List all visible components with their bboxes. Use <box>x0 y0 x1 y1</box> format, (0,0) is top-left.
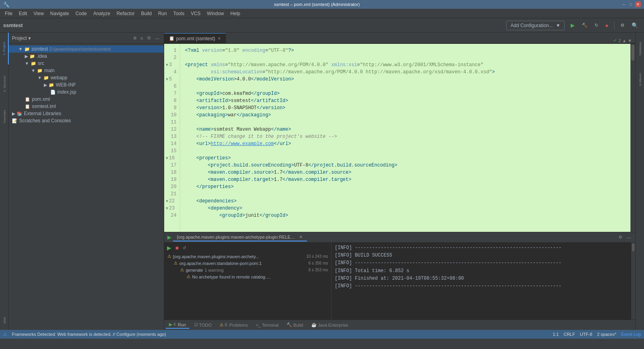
right-tab-maven[interactable]: m Maven <box>636 68 644 92</box>
warning-icon-generate: ⚠ <box>180 267 184 273</box>
code-scrollbar-thumb[interactable] <box>631 45 634 61</box>
tree-item-pomxml[interactable]: 📋 pom.xml <box>9 96 164 103</box>
run-output-scrollbar[interactable] <box>631 243 635 320</box>
tree-item-extlibs[interactable]: ▶ 📚 External Libraries <box>9 110 164 117</box>
minimize-button[interactable]: ─ <box>621 2 626 7</box>
menu-refactor[interactable]: Refactor <box>114 10 138 17</box>
bottom-tab-run[interactable]: ▶ 4: Run <box>166 321 189 329</box>
bottom-tab-javaee[interactable]: ☕ Java Enterprise <box>308 322 351 328</box>
status-event-log[interactable]: Event Log <box>621 332 641 337</box>
ln-13: 13 <box>166 133 177 140</box>
run-tab-label: [org.apache.maven.plugins:maven-archetyp… <box>177 235 296 239</box>
bottom-tab-build[interactable]: 🔨 Build <box>283 322 306 328</box>
run-tree-generate[interactable]: ⚠ generate 1 warning 6 s 353 ms <box>166 267 330 273</box>
tab-close-pomxml[interactable]: ✕ <box>218 36 221 41</box>
run-tree-standalone[interactable]: ⚠ org.apache.maven:standalone-pom:pom:1 … <box>166 260 330 267</box>
settings-button[interactable]: ⚙ <box>618 21 627 29</box>
run-tree-root[interactable]: ⚠ [org.apache.maven.plugins:maven-archet… <box>166 253 330 260</box>
menu-view[interactable]: View <box>30 10 47 17</box>
tree-item-main[interactable]: ▼ 📁 main <box>9 67 164 74</box>
menu-help[interactable]: Help <box>227 10 243 17</box>
left-sidebar-tabs: 1: Project 2: Structure Favorites Web <box>0 33 9 330</box>
editor-tab-pomxml[interactable]: 📋 pom.xml (ssmtest) ✕ <box>164 33 226 43</box>
left-tab-project[interactable]: 1: Project <box>0 33 9 65</box>
tabs-spacer <box>226 43 610 43</box>
run-tree-noarchetype[interactable]: ⚠ No archetype found in remote catalog. … <box>166 273 330 280</box>
bottom-tab-todo[interactable]: ☑ TODO <box>191 322 215 328</box>
search-button[interactable]: 🔍 <box>629 21 641 30</box>
ln-19: 19 <box>166 176 177 183</box>
run-stop-button[interactable]: ■ <box>174 244 180 251</box>
menu-run[interactable]: Run <box>155 10 170 17</box>
run-tab-maven[interactable]: [org.apache.maven.plugins:maven-archetyp… <box>173 233 307 241</box>
run-tree-root-time: 10 s 243 ms <box>306 254 328 259</box>
fold-22[interactable]: ▼ <box>166 198 168 204</box>
run-panel-settings[interactable]: ⚙ <box>617 234 624 240</box>
reload-button[interactable]: ↻ <box>592 21 601 29</box>
run-tab-close[interactable]: ✕ <box>299 234 303 240</box>
ln-3: ▼3 <box>166 61 177 69</box>
tree-label-ssmtest: ssmtest <box>31 46 48 52</box>
tree-item-idea[interactable]: ▶ 📁 .idea <box>9 53 164 60</box>
status-encoding[interactable]: UTF-8 <box>580 332 592 337</box>
run-rerun-button[interactable]: ↺ <box>181 244 187 251</box>
warning-icon-standalone: ⚠ <box>174 261 178 266</box>
stop-button[interactable]: ■ <box>603 22 611 29</box>
right-tab-database[interactable]: Database <box>636 33 644 65</box>
tree-label-ssmtestiml: ssmtest.iml <box>32 104 56 109</box>
code-content[interactable]: <?xml version="1.0" encoding="UTF-8"?> <… <box>180 44 630 232</box>
folder-icon-webinf: 📁 <box>49 82 54 88</box>
tree-item-indexjsp[interactable]: 📄 index.jsp <box>9 88 164 96</box>
problems-tab-label: Problems <box>229 323 247 327</box>
fold-5[interactable]: ▼ <box>166 76 168 82</box>
add-configuration-button[interactable]: Add Configuration... ▼ <box>506 21 565 30</box>
bottom-tab-problems[interactable]: ⚠ 6: Problems <box>216 322 251 328</box>
folder-icon-main: 📁 <box>37 68 43 73</box>
run-output-line-3: [INFO] ---------------------------------… <box>335 259 628 267</box>
left-tab-structure[interactable]: 2: Structure <box>0 68 9 100</box>
left-tab-web[interactable]: Web <box>0 312 9 328</box>
fold-3[interactable]: ▼ <box>166 62 168 68</box>
menu-navigate[interactable]: Navigate <box>47 10 72 17</box>
code-editor[interactable]: 1 2 ▼3 4 ▼5 6 7 8 9 10 11 12 13 14 15 ▼1… <box>164 44 635 232</box>
run-restart-button[interactable]: ▶ <box>166 244 173 251</box>
tree-item-ssmtest[interactable]: ▼ 📁 ssmtest D:\javaworkspace\ssmtest\ssm… <box>9 45 164 53</box>
project-settings-button[interactable]: ⚙ <box>146 35 152 41</box>
status-spaces[interactable]: 2 spaces* <box>597 332 616 337</box>
menu-edit[interactable]: Edit <box>16 10 30 17</box>
menu-analyze[interactable]: Analyze <box>90 10 114 17</box>
project-add-button[interactable]: ⊕ <box>132 35 138 41</box>
fold-23[interactable]: ▼ <box>166 206 168 212</box>
libs-icon: 📚 <box>17 111 22 116</box>
tree-item-webinf[interactable]: ▶ 📁 WEB-INF <box>9 81 164 88</box>
menu-window[interactable]: Window <box>204 10 227 17</box>
ln-2: 2 <box>166 54 177 61</box>
menu-file[interactable]: File <box>2 10 16 17</box>
close-button[interactable]: ✕ <box>635 2 641 7</box>
tree-item-webapp[interactable]: ▼ 📁 webapp <box>9 74 164 81</box>
tab-icon-pomxml: 📋 <box>169 36 175 41</box>
ln-21: 21 <box>166 190 177 198</box>
menu-vcs[interactable]: VCS <box>188 10 204 17</box>
build-button[interactable]: 🔨 <box>579 21 590 29</box>
code-scrollbar[interactable] <box>630 44 635 232</box>
bottom-tab-terminal[interactable]: >_ Terminal <box>253 322 282 328</box>
project-filter-button[interactable]: ≡ <box>139 35 144 41</box>
tree-item-scratches[interactable]: 📝 Scratches and Consoles <box>9 117 164 124</box>
menu-code[interactable]: Code <box>72 10 90 17</box>
run-output-scrollbar-thumb[interactable] <box>632 243 634 251</box>
run-panel-close[interactable]: — <box>625 234 632 240</box>
project-icon: 📁 <box>24 47 30 52</box>
javaee-tab-icon: ☕ <box>311 322 317 327</box>
status-position[interactable]: 1:1 <box>553 332 559 337</box>
left-tab-favorites[interactable]: Favorites <box>0 103 9 131</box>
tree-item-src[interactable]: ▼ 📁 src <box>9 60 164 67</box>
status-line-sep[interactable]: CRLF <box>564 332 575 337</box>
menu-tools[interactable]: Tools <box>170 10 188 17</box>
maximize-button[interactable]: □ <box>628 2 634 7</box>
run-button[interactable]: ▶ <box>568 21 577 30</box>
fold-16[interactable]: ▼ <box>166 155 168 161</box>
menu-build[interactable]: Build <box>138 10 155 17</box>
tree-item-ssmtestiml[interactable]: 📋 ssmtest.iml <box>9 103 164 110</box>
project-collapse-button[interactable]: — <box>154 35 161 41</box>
